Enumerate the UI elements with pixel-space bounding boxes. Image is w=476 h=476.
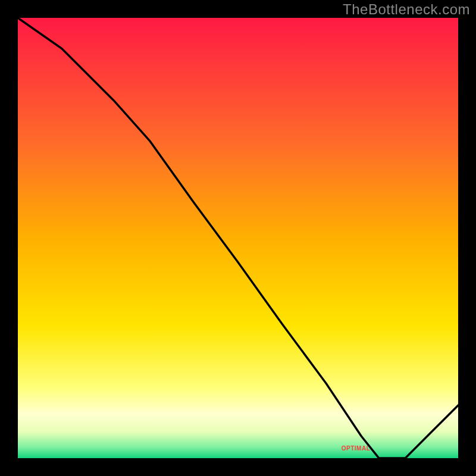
curve-path — [18, 18, 458, 458]
plot-area: OPTIMAL — [18, 18, 458, 458]
chart-frame: TheBottleneck.com OPTIMAL — [0, 0, 476, 476]
bottleneck-curve — [18, 18, 458, 458]
optimal-range-label: OPTIMAL — [314, 445, 397, 452]
watermark-text: TheBottleneck.com — [343, 1, 470, 18]
